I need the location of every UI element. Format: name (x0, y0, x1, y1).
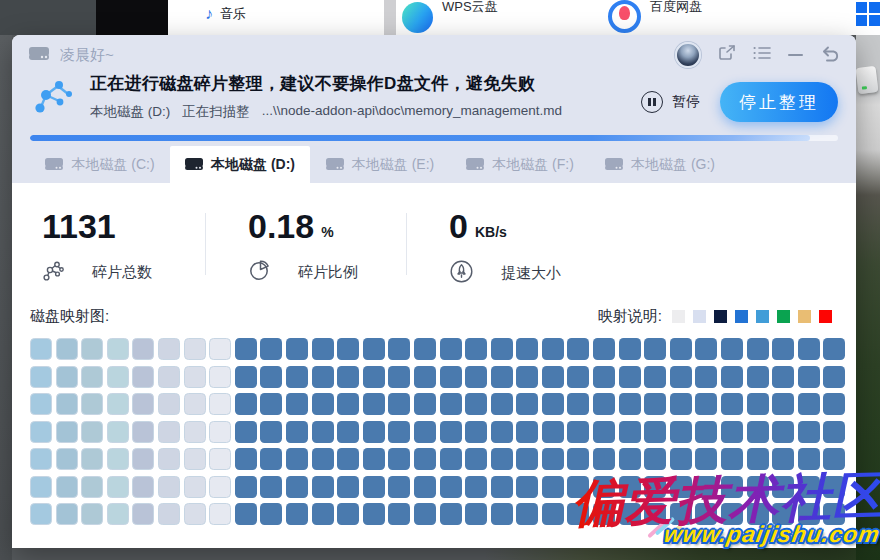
map-cell (158, 476, 180, 498)
greeting-title: 凌晨好~ (60, 46, 114, 65)
map-cell (235, 338, 257, 360)
user-avatar[interactable] (675, 42, 701, 68)
defrag-progress-fill (30, 135, 810, 141)
tab-disk-g[interactable]: 本地磁盘 (G:) (590, 146, 730, 183)
map-cell (823, 448, 845, 470)
map-cell (209, 503, 231, 525)
desktop-dark-region (0, 0, 96, 35)
map-cell (286, 448, 308, 470)
window-header: 凌晨好~ (12, 35, 856, 183)
map-cell (644, 421, 666, 443)
map-cell (184, 338, 206, 360)
map-cell (56, 338, 78, 360)
map-cell (440, 476, 462, 498)
map-cell (260, 366, 282, 388)
legend-swatch (735, 310, 748, 323)
map-cell (747, 421, 769, 443)
map-cell (286, 503, 308, 525)
map-cell (516, 366, 538, 388)
share-icon[interactable] (718, 45, 736, 65)
map-cell (440, 421, 462, 443)
tab-disk-f[interactable]: 本地磁盘 (F:) (450, 146, 590, 183)
map-cell (414, 503, 436, 525)
map-cell (798, 366, 820, 388)
map-cell (30, 503, 52, 525)
task-list-icon[interactable] (753, 46, 771, 64)
baidu-netdisk-icon[interactable] (608, 0, 641, 33)
map-cell (414, 421, 436, 443)
map-cell (619, 448, 641, 470)
map-cell (542, 393, 564, 415)
map-cell (670, 366, 692, 388)
map-cell (312, 366, 334, 388)
map-cell (670, 338, 692, 360)
tab-label: 本地磁盘 (D:) (211, 156, 295, 174)
map-cell (695, 338, 717, 360)
desktop-icon-music[interactable]: ♪ 音乐 (205, 5, 246, 23)
tab-disk-d[interactable]: 本地磁盘 (D:) (170, 146, 310, 183)
map-cell (286, 476, 308, 498)
stat-label: 提速大小 (501, 264, 561, 283)
pause-button[interactable]: 暂停 (641, 91, 700, 113)
map-cell (465, 421, 487, 443)
map-cell (721, 503, 743, 525)
map-cell (542, 421, 564, 443)
map-cell (388, 338, 410, 360)
map-cell (132, 421, 154, 443)
map-cell (798, 338, 820, 360)
map-cell (644, 366, 666, 388)
map-cell (644, 448, 666, 470)
map-cell (823, 393, 845, 415)
map-cell (567, 476, 589, 498)
back-arrow-icon[interactable] (820, 45, 840, 66)
map-cell (184, 448, 206, 470)
map-cell (260, 393, 282, 415)
tab-disk-e[interactable]: 本地磁盘 (E:) (310, 146, 450, 183)
stat-unit: % (321, 224, 333, 243)
tab-label: 本地磁盘 (E:) (352, 156, 434, 174)
map-cell (414, 366, 436, 388)
map-cell (721, 366, 743, 388)
map-cell (516, 393, 538, 415)
stat-fragment-ratio: 0.18 % 碎片比例 (206, 209, 406, 287)
map-cell (81, 421, 103, 443)
desktop-background-top: ♪ 音乐 WPS云盘 百度网盘 (0, 0, 880, 35)
map-cell (107, 503, 129, 525)
desktop-scrollbar[interactable] (384, 0, 396, 35)
pause-label: 暂停 (672, 93, 700, 111)
map-cell (184, 503, 206, 525)
map-cell (337, 338, 359, 360)
legend-swatch (693, 310, 706, 323)
map-cell (388, 476, 410, 498)
map-cell (465, 393, 487, 415)
map-legend: 映射说明: (598, 307, 832, 326)
map-cell (567, 393, 589, 415)
map-cell (516, 421, 538, 443)
minimize-icon[interactable] (788, 54, 803, 56)
map-cell (132, 476, 154, 498)
map-cell (235, 421, 257, 443)
map-cell (363, 421, 385, 443)
map-cell (772, 366, 794, 388)
disk-icon (605, 157, 623, 173)
stop-defrag-button[interactable]: 停止整理 (720, 82, 838, 122)
map-cell (30, 448, 52, 470)
tab-label: 本地磁盘 (C:) (71, 156, 154, 174)
map-cell (107, 366, 129, 388)
windows-logo-icon[interactable] (856, 2, 880, 27)
map-cell (260, 503, 282, 525)
map-cell (747, 503, 769, 525)
map-cell (260, 476, 282, 498)
map-cell (798, 393, 820, 415)
tab-disk-c[interactable]: 本地磁盘 (C:) (30, 146, 170, 183)
map-cell (721, 448, 743, 470)
map-cell (747, 338, 769, 360)
wps-cloud-icon[interactable] (402, 2, 433, 33)
map-cell (772, 421, 794, 443)
map-cell (798, 421, 820, 443)
map-cell (491, 421, 513, 443)
map-cell (312, 503, 334, 525)
map-cell (721, 421, 743, 443)
map-cell (107, 448, 129, 470)
map-cell (81, 448, 103, 470)
